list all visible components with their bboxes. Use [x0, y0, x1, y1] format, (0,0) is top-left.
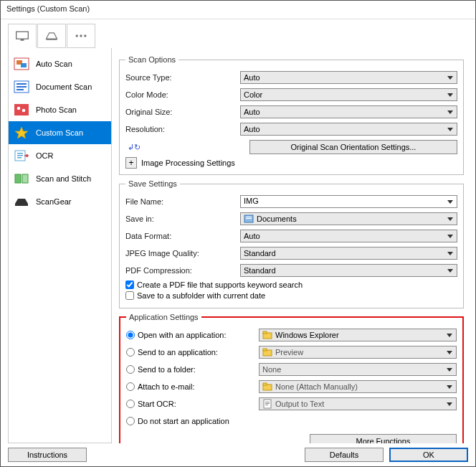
resolution-label: Resolution: — [125, 125, 240, 133]
start-ocr-radio[interactable] — [126, 400, 135, 408]
svg-rect-21 — [15, 174, 21, 183]
dont-start-label: Do not start an application — [138, 417, 229, 425]
auto-scan-icon — [13, 57, 30, 71]
data-format-label: Data Format: — [125, 232, 240, 240]
send-folder-label: Send to a folder: — [138, 365, 196, 374]
send-folder-radio[interactable] — [126, 365, 135, 374]
content-pane: Scan Options Source Type: Auto Color Mod… — [112, 48, 468, 443]
ocr-icon — [13, 148, 30, 163]
svg-rect-0 — [16, 32, 29, 39]
sidebar-item-ocr[interactable]: OCR — [9, 144, 111, 167]
tab-scan-from-computer[interactable] — [8, 24, 37, 48]
sidebar-item-label: Scan and Stitch — [36, 174, 91, 183]
color-mode-label: Color Mode: — [125, 90, 240, 99]
send-folder-combo[interactable]: None — [259, 363, 457, 376]
color-mode-combo[interactable]: Color — [240, 88, 457, 101]
start-ocr-combo[interactable]: Output to Text — [259, 397, 457, 410]
subfolder-checkbox[interactable] — [125, 291, 134, 300]
application-settings-group: Application Settings Open with an applic… — [119, 313, 464, 443]
original-size-label: Original Size: — [125, 108, 240, 116]
attach-email-label: Attach to e-mail: — [138, 382, 194, 391]
documents-folder-icon — [244, 214, 254, 224]
folder-icon — [262, 382, 272, 392]
attach-email-radio[interactable] — [126, 382, 135, 391]
jpeg-quality-label: JPEG Image Quality: — [125, 249, 240, 258]
sidebar-item-label: Photo Scan — [36, 105, 77, 114]
sidebar-item-label: Document Scan — [36, 82, 92, 91]
svg-rect-18 — [17, 153, 23, 154]
application-settings-legend: Application Settings — [126, 313, 201, 321]
scangear-icon — [13, 194, 30, 209]
svg-point-3 — [76, 34, 78, 37]
output-text-icon — [262, 399, 272, 409]
original-size-combo[interactable]: Auto — [240, 105, 457, 118]
attach-email-combo[interactable]: None (Attach Manually) — [259, 380, 457, 393]
file-name-input[interactable]: IMG — [240, 195, 457, 208]
resolution-combo[interactable]: Auto — [240, 123, 457, 136]
data-format-combo[interactable]: Auto — [240, 230, 457, 242]
open-app-combo[interactable]: Windows Explorer — [259, 329, 457, 341]
svg-rect-25 — [246, 217, 252, 217]
svg-rect-10 — [16, 83, 27, 85]
sidebar-item-label: ScanGear — [36, 197, 72, 206]
sidebar-item-photo-scan[interactable]: Photo Scan — [9, 98, 111, 121]
pdf-compression-combo[interactable]: Standard — [240, 264, 457, 277]
svg-point-4 — [80, 34, 82, 37]
sidebar-item-custom-scan[interactable]: Custom Scan — [9, 121, 111, 144]
svg-rect-36 — [265, 405, 268, 405]
open-app-radio[interactable] — [126, 331, 135, 339]
scan-options-group: Scan Options Source Type: Auto Color Mod… — [119, 55, 464, 175]
save-in-label: Save in: — [125, 214, 240, 223]
svg-rect-1 — [21, 39, 24, 41]
expand-image-processing-button[interactable]: + — [125, 157, 137, 169]
pdf-keyword-checkbox[interactable] — [125, 280, 134, 289]
svg-rect-19 — [17, 155, 23, 156]
sidebar: Auto Scan Document Scan Photo Scan Custo… — [8, 48, 112, 443]
photo-scan-icon — [13, 103, 30, 117]
more-functions-button[interactable]: More Functions — [310, 434, 457, 443]
sidebar-item-scan-and-stitch[interactable]: Scan and Stitch — [9, 167, 111, 190]
start-ocr-label: Start OCR: — [138, 400, 176, 408]
windows-explorer-icon — [262, 330, 272, 340]
document-scan-icon — [13, 80, 30, 94]
svg-rect-2 — [47, 39, 57, 40]
svg-point-5 — [84, 34, 86, 37]
save-in-combo[interactable]: Documents — [240, 212, 457, 225]
svg-point-14 — [17, 107, 21, 110]
send-app-combo[interactable]: Preview — [259, 346, 457, 359]
svg-point-15 — [22, 109, 26, 113]
send-app-label: Send to an application: — [138, 348, 218, 357]
tab-scan-from-operation-panel[interactable] — [37, 24, 66, 48]
sidebar-item-label: OCR — [36, 151, 53, 160]
source-type-combo[interactable]: Auto — [240, 71, 457, 84]
sidebar-item-scangear[interactable]: ScanGear — [9, 190, 111, 213]
svg-rect-23 — [15, 204, 28, 206]
svg-rect-28 — [263, 331, 267, 334]
tab-general-settings[interactable] — [67, 24, 95, 48]
scan-options-legend: Scan Options — [125, 55, 178, 64]
sidebar-item-document-scan[interactable]: Document Scan — [9, 75, 111, 98]
defaults-button[interactable]: Defaults — [305, 448, 384, 462]
save-settings-group: Save Settings File Name: IMG Save in: Do… — [119, 179, 464, 308]
open-app-label: Open with an application: — [138, 331, 227, 339]
svg-rect-32 — [263, 383, 267, 385]
pdf-keyword-label: Create a PDF file that supports keyword … — [137, 280, 303, 289]
svg-rect-26 — [246, 218, 252, 219]
send-app-radio[interactable] — [126, 348, 135, 357]
svg-rect-20 — [17, 157, 22, 159]
save-settings-legend: Save Settings — [125, 179, 180, 188]
svg-rect-12 — [16, 89, 24, 90]
preview-icon — [262, 347, 272, 357]
orientation-settings-button[interactable]: Original Scan Orientation Settings... — [249, 140, 457, 154]
image-processing-label: Image Processing Settings — [141, 159, 235, 167]
dont-start-radio[interactable] — [126, 417, 135, 425]
ok-button[interactable]: OK — [389, 448, 468, 462]
svg-rect-11 — [16, 86, 27, 88]
svg-rect-22 — [22, 174, 28, 183]
jpeg-quality-combo[interactable]: Standard — [240, 247, 457, 260]
svg-marker-16 — [15, 127, 28, 138]
stitch-icon — [13, 171, 30, 186]
svg-rect-35 — [265, 403, 270, 404]
sidebar-item-auto-scan[interactable]: Auto Scan — [9, 52, 111, 75]
instructions-button[interactable]: Instructions — [8, 448, 87, 462]
